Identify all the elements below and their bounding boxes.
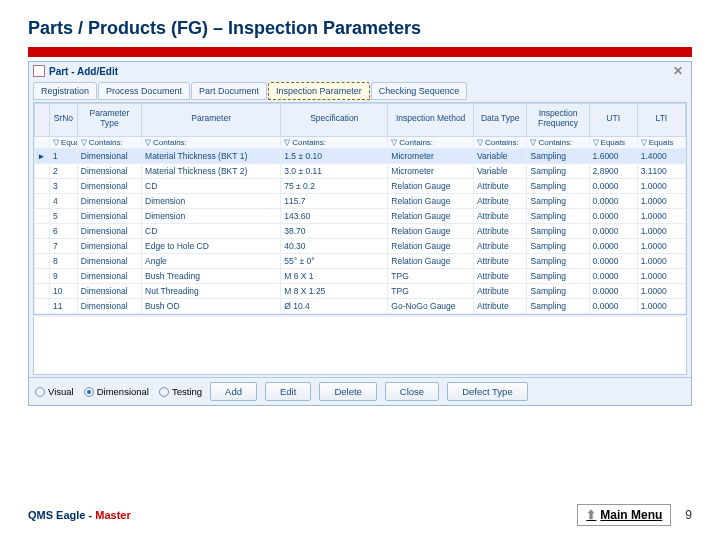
radio-visual[interactable]: Visual xyxy=(35,386,74,397)
cell: Dimensional xyxy=(77,179,141,194)
cell: Attribute xyxy=(473,239,527,254)
page-number: 9 xyxy=(685,508,692,522)
cell: Micrometer xyxy=(388,149,474,164)
bottom-toolbar: Visual Dimensional Testing Add Edit Dele… xyxy=(29,377,691,405)
close-button[interactable]: Close xyxy=(385,382,439,401)
cell: Dimensional xyxy=(77,299,141,314)
filter-spec[interactable]: ▽Contains: xyxy=(281,137,388,149)
filter-ifreq[interactable]: ▽Contains: xyxy=(527,137,589,149)
col-lti[interactable]: LTI xyxy=(637,104,685,137)
table-row[interactable]: 6DimensionalCD38.70Relation GaugeAttribu… xyxy=(35,224,686,239)
cell: Material Thickness (BKT 2) xyxy=(142,164,281,179)
row-indicator-icon xyxy=(35,269,50,284)
filter-srno[interactable]: ▽Equals xyxy=(49,137,77,149)
radio-dimensional[interactable]: Dimensional xyxy=(84,386,149,397)
cell: Dimensional xyxy=(77,149,141,164)
cell: Sampling xyxy=(527,299,589,314)
col-param[interactable]: Parameter xyxy=(142,104,281,137)
table-row[interactable]: 3DimensionalCD75 ± 0.2Relation GaugeAttr… xyxy=(35,179,686,194)
table-row[interactable]: ▸1DimensionalMaterial Thickness (BKT 1)1… xyxy=(35,149,686,164)
cell: Relation Gauge xyxy=(388,239,474,254)
filter-icon: ▽ xyxy=(641,138,647,147)
filter-uti[interactable]: ▽Equals xyxy=(589,137,637,149)
cell: Relation Gauge xyxy=(388,209,474,224)
parameters-grid: SrNo Parameter Type Parameter Specificat… xyxy=(34,103,686,314)
tab-part-document[interactable]: Part Document xyxy=(191,82,267,100)
cell: Attribute xyxy=(473,269,527,284)
cell: 1.0000 xyxy=(637,299,685,314)
cell: 0.0000 xyxy=(589,194,637,209)
table-row[interactable]: 8DimensionalAngle55° ± 0°Relation GaugeA… xyxy=(35,254,686,269)
cell: 3.1100 xyxy=(637,164,685,179)
table-row[interactable]: 4DimensionalDimension115.7Relation Gauge… xyxy=(35,194,686,209)
radio-testing[interactable]: Testing xyxy=(159,386,202,397)
cell: Material Thickness (BKT 1) xyxy=(142,149,281,164)
filter-param[interactable]: ▽Contains: xyxy=(142,137,281,149)
titlebar: Part - Add/Edit ✕ xyxy=(29,62,691,80)
cell: 1.6000 xyxy=(589,149,637,164)
tab-inspection-parameter[interactable]: Inspection Parameter xyxy=(268,82,370,100)
filter-icon: ▽ xyxy=(593,138,599,147)
col-srno[interactable]: SrNo xyxy=(49,104,77,137)
close-icon[interactable]: ✕ xyxy=(669,64,687,78)
cell: 0.0000 xyxy=(589,224,637,239)
col-uti[interactable]: UTI xyxy=(589,104,637,137)
cell: Dimensional xyxy=(77,164,141,179)
filter-dtype[interactable]: ▽Contains: xyxy=(473,137,527,149)
add-button[interactable]: Add xyxy=(210,382,257,401)
cell: Attribute xyxy=(473,209,527,224)
slide-title: Parts / Products (FG) – Inspection Param… xyxy=(0,0,720,45)
main-menu-button[interactable]: ⬆ Main Menu xyxy=(577,504,671,526)
cell: 2 xyxy=(49,164,77,179)
cell: 2.8900 xyxy=(589,164,637,179)
tab-checking-sequence[interactable]: Checking Sequence xyxy=(371,82,468,100)
row-indicator-icon xyxy=(35,284,50,299)
cell: 0.0000 xyxy=(589,284,637,299)
cell: TPG xyxy=(388,269,474,284)
delete-button[interactable]: Delete xyxy=(319,382,376,401)
row-indicator-icon xyxy=(35,224,50,239)
col-imethod[interactable]: Inspection Method xyxy=(388,104,474,137)
filter-ptype[interactable]: ▽Contains: xyxy=(77,137,141,149)
table-row[interactable]: 7DimensionalEdge to Hole CD40.30Relation… xyxy=(35,239,686,254)
tab-process-document[interactable]: Process Document xyxy=(98,82,190,100)
defect-type-button[interactable]: Defect Type xyxy=(447,382,528,401)
col-ptype[interactable]: Parameter Type xyxy=(77,104,141,137)
col-dtype[interactable]: Data Type xyxy=(473,104,527,137)
table-row[interactable]: 11DimensionalBush ODØ 10.4Go-NoGo GaugeA… xyxy=(35,299,686,314)
table-row[interactable]: 10DimensionalNut ThreadingM 8 X 1.25TPGA… xyxy=(35,284,686,299)
grid-container: SrNo Parameter Type Parameter Specificat… xyxy=(33,102,687,315)
row-indicator-icon: ▸ xyxy=(35,149,50,164)
table-row[interactable]: 5DimensionalDimension143.60Relation Gaug… xyxy=(35,209,686,224)
cell: 1 xyxy=(49,149,77,164)
col-ifreq[interactable]: Inspection Frequency xyxy=(527,104,589,137)
row-indicator-icon xyxy=(35,194,50,209)
col-spec[interactable]: Specification xyxy=(281,104,388,137)
cell: 1.0000 xyxy=(637,179,685,194)
cell: Attribute xyxy=(473,284,527,299)
cell: Sampling xyxy=(527,209,589,224)
cell: Dimensional xyxy=(77,194,141,209)
row-indicator-icon xyxy=(35,209,50,224)
table-row[interactable]: 9DimensionalBush TreadingM 6 X 1TPGAttri… xyxy=(35,269,686,284)
cell: Sampling xyxy=(527,149,589,164)
cell: Bush Treading xyxy=(142,269,281,284)
table-row[interactable]: 2DimensionalMaterial Thickness (BKT 2)3.… xyxy=(35,164,686,179)
cell: Bush OD xyxy=(142,299,281,314)
edit-button[interactable]: Edit xyxy=(265,382,311,401)
cell: M 8 X 1.25 xyxy=(281,284,388,299)
cell: Relation Gauge xyxy=(388,224,474,239)
cell: 11 xyxy=(49,299,77,314)
divider-red xyxy=(28,47,692,57)
cell: 1.0000 xyxy=(637,194,685,209)
filter-lti[interactable]: ▽Equals xyxy=(637,137,685,149)
cell: 0.0000 xyxy=(589,254,637,269)
cell: Dimensional xyxy=(77,269,141,284)
cell: 38.70 xyxy=(281,224,388,239)
row-indicator-icon xyxy=(35,164,50,179)
tab-registration[interactable]: Registration xyxy=(33,82,97,100)
cell: 0.0000 xyxy=(589,299,637,314)
row-indicator-icon xyxy=(35,239,50,254)
cell: 1.0000 xyxy=(637,254,685,269)
filter-imethod[interactable]: ▽Contains: xyxy=(388,137,474,149)
